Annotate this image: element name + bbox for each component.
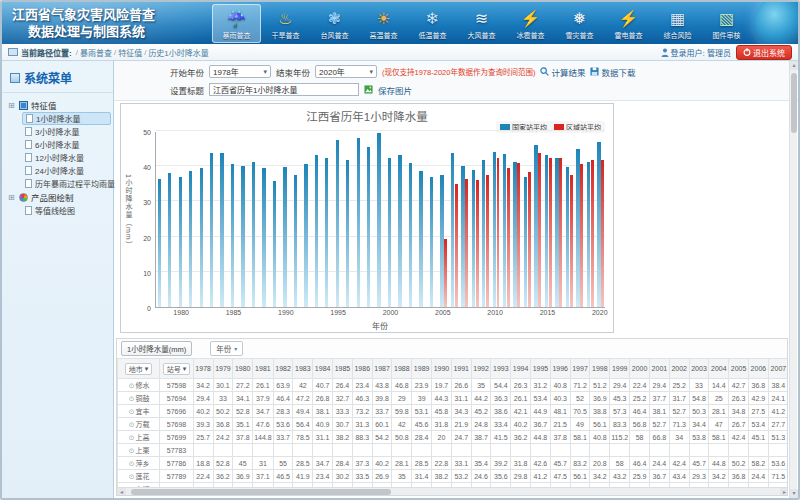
expand-icon[interactable]: ⊞: [8, 101, 16, 110]
year-filter-select[interactable]: 年份▾: [210, 341, 243, 356]
tree-item[interactable]: 3小时降水量: [22, 125, 111, 138]
bar-national-1990: [283, 167, 286, 307]
tree-item[interactable]: 等值线绘图: [22, 204, 111, 217]
scroll-right-arrow[interactable]: ▸: [780, 488, 788, 496]
unit-button[interactable]: 1小时降水量(mm): [121, 341, 192, 356]
column-header-year: 1979: [213, 359, 233, 379]
station-name: 萍乡: [136, 460, 150, 467]
city-filter-button[interactable]: 地市▾: [125, 363, 153, 375]
nav-item-hail[interactable]: ⚡冰雹普查: [506, 4, 555, 43]
nav-item-comprehensive-risk[interactable]: ▦综合风险: [653, 4, 702, 43]
value-cell: 40.7: [313, 379, 333, 392]
tree-item[interactable]: 12小时降水量: [22, 151, 111, 164]
scroll-up-arrow[interactable]: ▴: [790, 61, 798, 70]
table-row[interactable]: ⊙万载5769839.336.835.147.653.656.440.930.7…: [118, 418, 789, 431]
vertical-scroll-thumb[interactable]: [791, 73, 797, 133]
tree-item[interactable]: 6小时降水量: [22, 138, 111, 151]
nav-item-gale[interactable]: ≋大风普查: [457, 4, 506, 43]
bar-national-2008: [472, 170, 475, 307]
document-icon: [25, 166, 32, 175]
expand-icon[interactable]: ⊞: [8, 193, 16, 202]
set-title-label: 设置标题: [170, 84, 204, 96]
value-cell: 40.8: [550, 379, 570, 392]
value-cell: 30.7: [333, 418, 353, 431]
nav-item-snow[interactable]: ❅雪灾普查: [555, 4, 604, 43]
value-cell: 24.4: [650, 457, 670, 470]
value-cell: 54.2: [372, 431, 392, 444]
value-cell: 23.4: [352, 379, 372, 392]
radio-icon[interactable]: ⊙: [129, 408, 135, 415]
sidebar-title-label: 系统菜单: [24, 69, 72, 86]
table-row[interactable]: ⊙上栗57783: [118, 444, 789, 457]
value-cell: 31.4: [412, 470, 432, 483]
value-cell: 52.7: [669, 405, 689, 418]
tree-node-product-mapping[interactable]: ⊞产品图绘制: [8, 190, 111, 204]
breadcrumb-item[interactable]: 历史1小时降水量: [148, 47, 208, 58]
vertical-scrollbar[interactable]: ▴ ▾: [789, 61, 797, 498]
value-cell: 32.7: [333, 392, 353, 405]
nav-item-low-temp[interactable]: ❄低温普查: [408, 4, 457, 43]
column-header-year: 1980: [233, 359, 253, 379]
value-cell: 34.1: [233, 392, 253, 405]
radio-icon[interactable]: ⊙: [129, 447, 135, 454]
bar-regional-2005: [444, 239, 447, 307]
tree-item[interactable]: 1小时降水量: [22, 112, 111, 125]
nav-item-rainstorm[interactable]: ☔暴雨普查: [212, 4, 261, 43]
table-row[interactable]: ⊙莲花5778922.436.236.937.146.541.923.430.2…: [118, 470, 789, 483]
value-cell: 42.9: [748, 392, 768, 405]
value-cell: 40.8: [590, 431, 610, 444]
tree-node-feature-values[interactable]: ⊞特征值: [8, 98, 111, 112]
station-filter-button[interactable]: 站号▾: [163, 363, 191, 375]
nav-item-high-temp[interactable]: ☀高温普查: [359, 4, 408, 43]
radio-icon[interactable]: ⊙: [129, 395, 135, 402]
table-row[interactable]: ⊙萍乡5778618.852.845315528.534.728.437.340…: [118, 457, 789, 470]
chart-title-input[interactable]: [209, 83, 359, 96]
nav-item-lightning[interactable]: ⚡雷电普查: [604, 4, 653, 43]
breadcrumb-item[interactable]: 暴雨普查: [80, 47, 112, 58]
bar-national-1997: [357, 138, 360, 307]
radio-icon[interactable]: ⊙: [129, 460, 135, 467]
tree-item-label: 6小时降水量: [35, 139, 79, 150]
table-row[interactable]: ⊙宜丰5769640.250.252.834.728.349.438.133.3…: [118, 405, 789, 418]
nav-item-typhoon[interactable]: ❃台风普查: [310, 4, 359, 43]
radio-icon[interactable]: ⊙: [129, 382, 135, 389]
download-button[interactable]: 数据下载: [590, 66, 635, 78]
document-icon: [25, 140, 32, 149]
radio-icon[interactable]: ⊙: [129, 421, 135, 428]
nav-item-drought[interactable]: ♨干旱普查: [261, 4, 310, 43]
scroll-down-arrow[interactable]: ▾: [790, 489, 798, 498]
tree-item[interactable]: 24小时降水量: [22, 164, 111, 177]
value-cell: 21.9: [451, 418, 471, 431]
bar-national-2007: [461, 166, 464, 307]
table-row[interactable]: ⊙铜鼓5769429.43334.137.946.447.226.832.746…: [118, 392, 789, 405]
table-row[interactable]: ⊙上高5769925.724.237.8144.833.778.531.138.…: [118, 431, 789, 444]
horizontal-scrollbar[interactable]: ◂ ▸: [117, 487, 788, 495]
value-cell: 46.5: [273, 470, 293, 483]
column-header-year: 1994: [511, 359, 531, 379]
logout-button[interactable]: 退出系统: [736, 45, 792, 60]
radio-icon[interactable]: ⊙: [129, 473, 135, 480]
scroll-left-arrow[interactable]: ◂: [117, 488, 126, 496]
value-cell: 40.9: [313, 418, 333, 431]
save-image-button[interactable]: 保存图片: [378, 84, 412, 96]
table-toolbar: 1小时降水量(mm) 年份▾: [117, 339, 787, 358]
horizontal-scroll-thumb[interactable]: [131, 489, 391, 495]
breadcrumb-item[interactable]: 特征值: [118, 47, 142, 58]
tree-item[interactable]: 历年暴雨过程平均雨量: [22, 177, 111, 190]
calculate-button[interactable]: 计算结果: [540, 66, 585, 78]
bar-national-2014: [534, 145, 537, 307]
table-row[interactable]: ⊙修水5759834.230.127.226.163.94240.726.423…: [118, 379, 789, 392]
value-cell: 56.1: [570, 470, 590, 483]
column-header-year: 2003: [689, 359, 709, 379]
value-cell: 40.2: [193, 405, 213, 418]
end-year-select[interactable]: 2020年▾: [315, 65, 377, 78]
start-year-select[interactable]: 1978年▾: [209, 65, 271, 78]
nav-item-map-review[interactable]: ▧图件审核: [702, 4, 751, 43]
value-cell: 38.1: [650, 405, 670, 418]
value-cell: 35: [392, 470, 412, 483]
radio-icon[interactable]: ⊙: [129, 434, 135, 441]
bar-national-2016: [555, 158, 558, 307]
value-cell: 56.4: [293, 418, 313, 431]
bar-national-2010: [493, 152, 496, 307]
value-cell: 36.2: [511, 431, 531, 444]
